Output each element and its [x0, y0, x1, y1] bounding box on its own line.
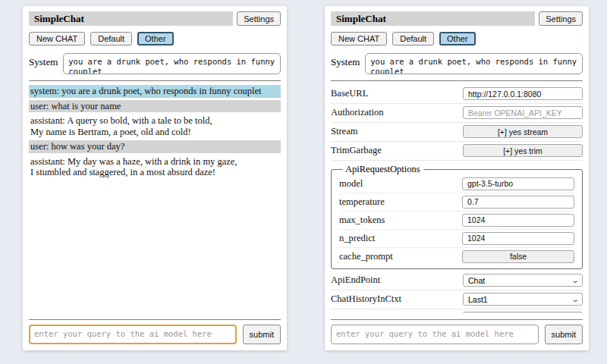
session-row: New CHAT Default Other — [331, 32, 583, 46]
settings-button[interactable]: Settings — [237, 11, 281, 26]
baseurl-input[interactable] — [463, 87, 583, 100]
system-prompt-row: System you are a drunk poet, who respond… — [331, 53, 583, 74]
authorization-input[interactable] — [463, 106, 583, 119]
setting-row-max-tokens: max_tokens — [339, 212, 574, 230]
authorization-label: Authorization — [331, 107, 383, 118]
system-prompt-input[interactable]: you are a drunk poet, who responds in fu… — [365, 53, 583, 74]
setting-row-chathistoryinctxt: ChatHistoryInCtxt Last1 ⌄ — [331, 290, 583, 309]
app-title: SimpleChat — [331, 11, 535, 26]
session-row: New CHAT Default Other — [29, 32, 281, 46]
n-predict-input[interactable] — [462, 232, 574, 245]
app-title: SimpleChat — [29, 11, 233, 26]
settings-panel: SimpleChat Settings New CHAT Default Oth… — [325, 6, 589, 350]
stream-toggle-button[interactable]: [+] yes stream — [463, 125, 583, 138]
trimgarbage-toggle-button[interactable]: [+] yes trim — [463, 144, 583, 157]
divider — [29, 80, 281, 81]
baseurl-label: BaseURL — [331, 88, 368, 99]
cache-prompt-label: cache_prompt — [339, 251, 393, 262]
chat-history-in-ctxt-value: Last1 — [468, 295, 488, 304]
header: SimpleChat Settings — [331, 11, 583, 26]
system-prompt-input[interactable]: you are a drunk poet, who responds in fu… — [63, 53, 281, 74]
stream-label: Stream — [331, 126, 357, 137]
query-input[interactable] — [29, 325, 237, 344]
fieldset-legend: ApiRequestOptions — [342, 164, 423, 175]
chat-log: system: you are a drunk poet, who respon… — [29, 85, 281, 179]
chat-body: system: you are a drunk poet, who respon… — [29, 85, 281, 313]
chathistoryinctxt-label: ChatHistoryInCtxt — [331, 293, 401, 305]
max-tokens-label: max_tokens — [339, 215, 385, 226]
api-endpoint-select[interactable]: Chat ⌄ — [463, 274, 583, 287]
setting-row-n-predict: n_predict — [339, 230, 574, 248]
settings-button[interactable]: Settings — [539, 11, 583, 26]
submit-button[interactable]: submit — [243, 325, 281, 344]
temperature-label: temperature — [339, 196, 385, 208]
chevron-down-icon: ⌄ — [571, 297, 580, 303]
setting-row-cache-prompt: cache_prompt false — [339, 248, 574, 265]
chat-message-assistant: assistant: My day was a haze, with a dri… — [29, 155, 281, 179]
setting-row-stream: Stream [+] yes stream — [331, 123, 583, 142]
header: SimpleChat Settings — [29, 11, 281, 26]
n-predict-label: n_predict — [339, 233, 375, 244]
chat-panel: SimpleChat Settings New CHAT Default Oth… — [23, 6, 287, 350]
query-block: submit — [331, 313, 583, 344]
api-endpoint-value: Chat — [468, 276, 485, 285]
system-prompt-row: System you are a drunk poet, who respond… — [29, 53, 281, 74]
session-tab-default[interactable]: Default — [90, 32, 132, 46]
setting-row-model: model — [339, 175, 574, 193]
cache-prompt-toggle-button[interactable]: false — [462, 250, 574, 263]
chevron-down-icon: ⌄ — [571, 278, 580, 284]
model-input[interactable] — [462, 177, 574, 190]
settings-body: BaseURL Authorization Stream [+] yes str… — [331, 85, 583, 313]
api-request-options-fieldset: ApiRequestOptions model temperature max_… — [331, 164, 583, 269]
divider — [331, 80, 583, 81]
divider — [331, 319, 583, 320]
setting-row-trimgarbage: TrimGarbage [+] yes trim — [331, 142, 583, 161]
max-tokens-input[interactable] — [462, 214, 574, 227]
submit-button[interactable]: submit — [545, 325, 583, 344]
chat-message-system: system: you are a drunk poet, who respon… — [29, 85, 281, 98]
chat-history-in-ctxt-select[interactable]: Last1 ⌄ — [463, 293, 583, 306]
chat-message-user: user: how was your day? — [29, 140, 281, 153]
query-row: submit — [29, 325, 281, 344]
divider — [29, 319, 281, 320]
session-tab-other[interactable]: Other — [439, 32, 476, 46]
system-label: System — [331, 53, 360, 68]
setting-row-temperature: temperature — [339, 193, 574, 212]
session-tab-other[interactable]: Other — [137, 32, 174, 46]
query-block: submit — [29, 313, 281, 344]
new-chat-button[interactable]: New CHAT — [29, 32, 85, 46]
setting-row-apiendpoint: ApiEndPoint Chat ⌄ — [331, 271, 583, 290]
new-chat-button[interactable]: New CHAT — [331, 32, 387, 46]
chat-message-user: user: what is your name — [29, 100, 281, 113]
apiendpoint-label: ApiEndPoint — [331, 275, 380, 286]
setting-row-authorization: Authorization — [331, 104, 583, 123]
session-tab-default[interactable]: Default — [392, 32, 434, 46]
chat-message-assistant: assistant: A query so bold, with a tale … — [29, 115, 281, 138]
query-row: submit — [331, 325, 583, 344]
query-input[interactable] — [331, 325, 539, 344]
model-label: model — [339, 178, 363, 190]
temperature-input[interactable] — [462, 196, 574, 209]
setting-row-baseurl: BaseURL — [331, 85, 583, 104]
system-label: System — [29, 53, 58, 68]
trimgarbage-label: TrimGarbage — [331, 145, 382, 156]
